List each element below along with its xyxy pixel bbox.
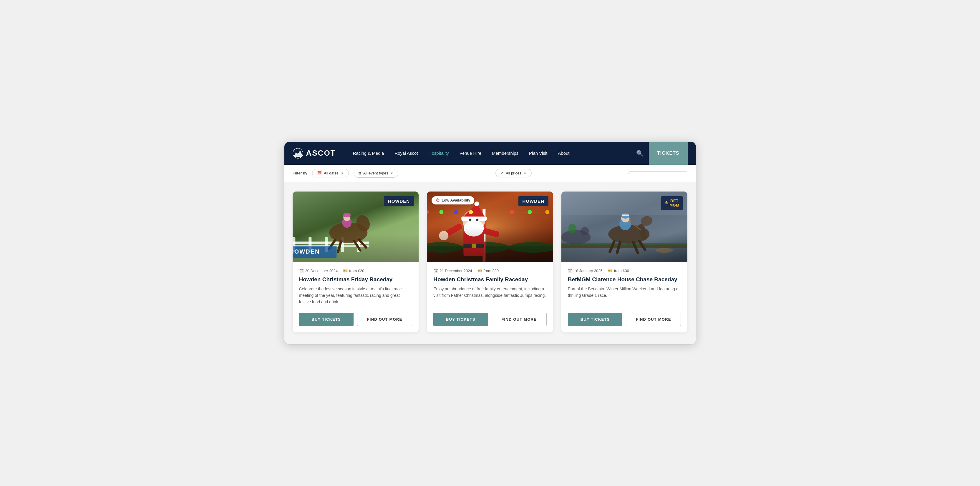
event-desc-2: Enjoy an abundance of free family entert… <box>433 286 547 305</box>
low-avail-text: Low Availability <box>442 198 470 202</box>
find-out-more-button-1[interactable]: FIND OUT MORE <box>357 313 412 326</box>
card-actions-1: BUY TICKETS FIND OUT MORE <box>293 309 419 332</box>
event-desc-1: Celebrate the festive season in style at… <box>299 286 412 305</box>
ticket-icon-3: 🎫 <box>608 268 612 273</box>
date-filter-label: All dates <box>324 171 339 175</box>
nav-memberships[interactable]: Memberships <box>487 142 524 165</box>
nav-plan-visit[interactable]: Plan Visit <box>524 142 552 165</box>
search-button[interactable]: 🔍 <box>631 142 649 165</box>
date-meta-1: 📅 20 December 2024 <box>299 268 338 273</box>
svg-rect-47 <box>463 244 484 248</box>
svg-point-43 <box>476 219 478 221</box>
nav-right: 🔍 TICKETS <box>631 142 687 165</box>
date-filter[interactable]: 📅 All dates ▼ <box>312 169 349 177</box>
betmgm-badge: ♔ BETMGM <box>661 196 683 210</box>
price-meta-3: 🎫 from £30 <box>608 268 629 273</box>
svg-point-52 <box>454 210 458 214</box>
betmgm-logo: ♔ BETMGM <box>665 199 679 208</box>
howden-badge-1: HOWDEN <box>384 196 414 206</box>
event-card-1: HOWDEN HOWDEN 📅 20 December 2024 🎫 from <box>293 192 419 333</box>
card-actions-3: BUY TICKETS FIND OUT MORE <box>562 309 688 332</box>
svg-point-76 <box>655 248 673 253</box>
ticket-icon-2: 🎫 <box>477 268 482 273</box>
svg-point-45 <box>439 231 449 240</box>
svg-point-27 <box>427 242 462 253</box>
event-type-filter[interactable]: ⧉ All event types ▼ <box>353 169 398 178</box>
cards-container: HOWDEN HOWDEN 📅 20 December 2024 🎫 from <box>284 182 696 345</box>
chevron-down-icon-2: ▼ <box>390 172 393 175</box>
svg-point-51 <box>439 210 443 214</box>
svg-point-74 <box>568 224 576 233</box>
event-type-filter-label: All event types <box>363 171 388 175</box>
date-meta-3: 📅 18 January 2025 <box>568 268 603 273</box>
svg-point-28 <box>462 242 509 253</box>
card-image-1: HOWDEN HOWDEN <box>293 192 419 262</box>
price-filter[interactable]: ✓ All prices ▼ <box>495 169 531 177</box>
svg-point-22 <box>343 213 351 218</box>
svg-rect-40 <box>461 216 487 221</box>
card-image-3: ♔ BETMGM <box>562 192 688 262</box>
search-input-right <box>628 171 687 175</box>
card-meta-3: 📅 18 January 2025 🎫 from £30 <box>568 268 681 273</box>
svg-rect-34 <box>463 227 484 256</box>
event-card-3: ♔ BETMGM 📅 18 January 2025 🎫 from £3 <box>562 192 688 333</box>
logo[interactable]: ASCOT <box>293 148 336 159</box>
event-title-3: BetMGM Clarence House Chase Raceday <box>568 276 681 283</box>
svg-point-56 <box>545 210 549 214</box>
calendar-icon-2: 📅 <box>433 268 438 273</box>
crown-icon <box>293 148 303 159</box>
nav-hospitality[interactable]: Hospitality <box>423 142 454 165</box>
date-meta-2: 📅 21 December 2024 <box>433 268 472 273</box>
warning-icon: ⏱ <box>436 198 440 203</box>
betmgm-icon: ♔ <box>665 201 668 205</box>
filter-icon: ⧉ <box>358 171 361 176</box>
card-actions-2: BUY TICKETS FIND OUT MORE <box>427 309 553 332</box>
event-title-1: Howden Christmas Friday Raceday <box>299 276 412 283</box>
search-icon: 🔍 <box>636 150 644 157</box>
filter-by-label: Filter by <box>293 171 308 175</box>
browser-frame: ASCOT Racing & Media Royal Ascot Hospita… <box>284 141 696 345</box>
buy-tickets-button-1[interactable]: BUY TICKETS <box>299 313 353 326</box>
nav-racing-media[interactable]: Racing & Media <box>348 142 390 165</box>
tickets-button[interactable]: TICKETS <box>649 142 687 165</box>
card-content-1: 📅 20 December 2024 🎫 from £20 Howden Chr… <box>293 262 419 309</box>
svg-point-42 <box>469 219 471 221</box>
chevron-down-icon-3: ▼ <box>523 172 527 175</box>
svg-point-3 <box>301 155 303 156</box>
calendar-icon-1: 📅 <box>299 268 304 273</box>
howden-badge-2: HOWDEN <box>519 196 549 206</box>
filter-bar: Filter by 📅 All dates ▼ ⧉ All event type… <box>284 165 696 182</box>
cards-grid: HOWDEN HOWDEN 📅 20 December 2024 🎫 from <box>293 192 688 333</box>
price-filter-label: All prices <box>506 171 521 175</box>
svg-point-4 <box>299 150 301 152</box>
low-availability-badge: ⏱ Low Availability <box>431 196 474 205</box>
card-image-2: HOWDEN ⏱ Low Availability <box>427 192 553 262</box>
card-content-3: 📅 18 January 2025 🎫 from £30 BetMGM Clar… <box>562 262 688 309</box>
find-out-more-button-3[interactable]: FIND OUT MORE <box>626 313 681 326</box>
price-tag-icon: ✓ <box>500 171 504 175</box>
svg-rect-33 <box>482 233 485 241</box>
svg-point-53 <box>469 210 473 214</box>
calendar-icon: 📅 <box>317 171 322 175</box>
svg-point-55 <box>528 210 531 214</box>
card-content-2: 📅 21 December 2024 🎫 from £30 Howden Chr… <box>427 262 553 309</box>
nav-links: Racing & Media Royal Ascot Hospitality V… <box>348 142 631 165</box>
svg-rect-46 <box>483 228 500 238</box>
svg-text:HOWDEN: HOWDEN <box>293 248 320 255</box>
nav-royal-ascot[interactable]: Royal Ascot <box>389 142 423 165</box>
event-date-3: 18 January 2025 <box>574 268 603 273</box>
buy-tickets-button-2[interactable]: BUY TICKETS <box>433 313 488 326</box>
svg-point-36 <box>464 220 484 237</box>
nav-venue-hire[interactable]: Venue Hire <box>454 142 487 165</box>
logo-text: ASCOT <box>306 149 336 158</box>
buy-tickets-button-3[interactable]: BUY TICKETS <box>568 313 622 326</box>
navbar: ASCOT Racing & Media Royal Ascot Hospita… <box>284 142 696 165</box>
event-desc-3: Part of the Berkshire Winter Million Wee… <box>568 286 681 305</box>
event-card-2: HOWDEN ⏱ Low Availability 📅 21 December … <box>427 192 553 333</box>
nav-about[interactable]: About <box>552 142 574 165</box>
svg-marker-1 <box>295 151 302 155</box>
svg-point-41 <box>474 202 479 206</box>
event-date-2: 21 December 2024 <box>439 268 472 273</box>
svg-rect-5 <box>294 155 301 157</box>
find-out-more-button-2[interactable]: FIND OUT MORE <box>492 313 547 326</box>
